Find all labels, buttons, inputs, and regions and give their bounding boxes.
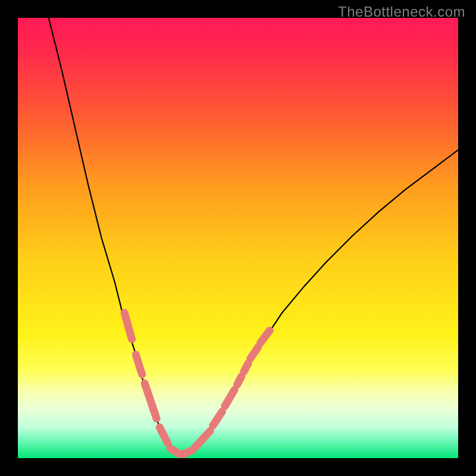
plot-area [18,18,458,458]
bottleneck-chart [18,18,458,458]
chart-frame: TheBottleneck.com [0,0,476,476]
gradient-background [18,18,458,458]
right-markers-seg-0 [183,450,192,455]
left-markers-seg-4 [170,449,180,455]
watermark-text: TheBottleneck.com [338,4,465,20]
right-markers-seg-4 [237,376,242,384]
right-markers-seg-5 [244,364,248,372]
